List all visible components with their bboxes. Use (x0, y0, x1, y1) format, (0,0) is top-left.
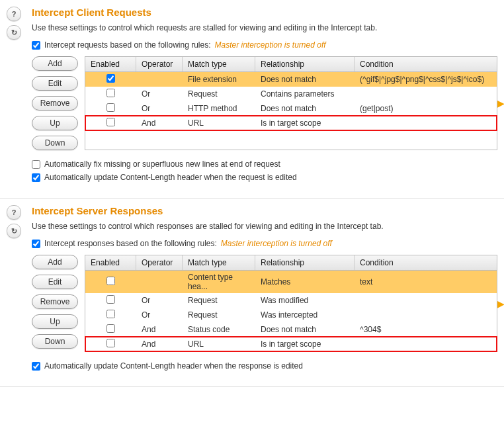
remove-button[interactable]: Remove (32, 294, 78, 309)
row-enabled-checkbox[interactable] (106, 74, 115, 83)
row-enabled-checkbox[interactable] (106, 277, 115, 285)
cell-match: Status code (183, 322, 255, 337)
cell-cond (355, 337, 497, 351)
cell-rel: Does not match (255, 322, 355, 337)
cell-cond: (^gif$|^jpg$|^png$|^css$|^js$|^ico$) (355, 72, 497, 87)
table-row[interactable]: OrRequestWas modified (85, 293, 497, 308)
section-desc: Use these settings to control which requ… (32, 23, 497, 32)
cell-op: Or (136, 87, 183, 101)
cell-rel: Is in target scope (255, 116, 355, 130)
table-row[interactable]: AndURLIs in target scope (85, 116, 497, 130)
cell-match: File extension (183, 72, 255, 87)
cell-op: And (136, 337, 183, 351)
help-icon[interactable]: ? (7, 205, 21, 220)
option-label: Automatically update Content-Length head… (44, 361, 303, 371)
table-row[interactable]: OrRequestContains parameters (85, 87, 497, 101)
rules-table[interactable]: EnabledOperatorMatch typeRelationshipCon… (85, 56, 497, 150)
col-header[interactable]: Operator (136, 57, 183, 72)
cell-cond (355, 116, 497, 130)
col-header[interactable]: Relationship (255, 255, 355, 271)
cell-match: Request (183, 87, 255, 101)
col-header[interactable]: Enabled (85, 255, 136, 271)
col-header[interactable]: Enabled (85, 57, 136, 72)
option-checkbox[interactable] (32, 173, 40, 182)
col-header[interactable]: Match type (183, 57, 255, 72)
cell-match: URL (183, 116, 255, 130)
row-enabled-checkbox[interactable] (106, 339, 115, 347)
section-req: ?↻Intercept Client RequestsUse these set… (0, 0, 504, 199)
rules-label: Intercept responses based on the followi… (44, 239, 217, 248)
cell-cond (355, 293, 497, 308)
cell-match: URL (183, 337, 255, 351)
table-row[interactable]: Content type hea...Matchestext (85, 271, 497, 294)
row-enabled-checkbox[interactable] (106, 324, 115, 333)
remove-button[interactable]: Remove (32, 96, 78, 111)
section-desc: Use these settings to control which resp… (32, 222, 497, 231)
option-checkbox[interactable] (32, 362, 40, 371)
cell-op: Or (136, 101, 183, 116)
intercept-enabled-checkbox[interactable] (32, 240, 40, 248)
refresh-icon[interactable]: ↻ (7, 224, 21, 238)
intercept-enabled-checkbox[interactable] (32, 41, 40, 50)
col-header[interactable]: Condition (355, 57, 497, 72)
cell-cond: ^304$ (355, 322, 497, 337)
rules-note: Master interception is turned off (221, 239, 332, 248)
add-button[interactable]: Add (32, 56, 78, 71)
table-row[interactable]: AndStatus codeDoes not match^304$ (85, 322, 497, 337)
cell-match: Request (183, 308, 255, 322)
section-res: ?↻Intercept Server ResponsesUse these se… (0, 199, 504, 387)
section-title: Intercept Server Responses (32, 205, 497, 216)
cell-op: And (136, 322, 183, 337)
cell-op (136, 271, 183, 294)
col-header[interactable]: Match type (183, 255, 255, 271)
up-button[interactable]: Up (32, 116, 78, 130)
rules-note: Master interception is turned off (214, 40, 325, 50)
edit-button[interactable]: Edit (32, 76, 78, 91)
cell-cond: (get|post) (355, 101, 497, 116)
col-header[interactable]: Operator (136, 255, 183, 271)
rules-label: Intercept requests based on the followin… (44, 40, 210, 50)
option-checkbox[interactable] (32, 160, 40, 169)
add-button[interactable]: Add (32, 255, 78, 269)
table-row[interactable]: AndURLIs in target scope (85, 337, 497, 351)
option-label: Automatically fix missing or superfluous… (44, 159, 280, 169)
refresh-icon[interactable]: ↻ (7, 25, 21, 40)
expand-arrow-icon[interactable]: ▶ (497, 98, 504, 109)
down-button[interactable]: Down (32, 136, 78, 150)
row-enabled-checkbox[interactable] (106, 89, 115, 97)
up-button[interactable]: Up (32, 314, 78, 329)
cell-match: Request (183, 293, 255, 308)
cell-cond (355, 308, 497, 322)
cell-cond (355, 87, 497, 101)
cell-cond: text (355, 271, 497, 294)
edit-button[interactable]: Edit (32, 275, 78, 289)
section-title: Intercept Client Requests (32, 7, 497, 18)
row-enabled-checkbox[interactable] (106, 310, 115, 318)
option-label: Automatically update Content-Length head… (44, 173, 297, 182)
cell-rel: Was intercepted (255, 308, 355, 322)
col-header[interactable]: Condition (355, 255, 497, 271)
row-enabled-checkbox[interactable] (106, 103, 115, 112)
cell-rel: Matches (255, 271, 355, 294)
help-icon[interactable]: ? (7, 7, 21, 21)
cell-rel: Does not match (255, 101, 355, 116)
row-enabled-checkbox[interactable] (106, 295, 115, 304)
cell-rel: Is in target scope (255, 337, 355, 351)
col-header[interactable]: Relationship (255, 57, 355, 72)
table-row[interactable]: File extensionDoes not match(^gif$|^jpg$… (85, 72, 497, 87)
table-row[interactable]: OrHTTP methodDoes not match(get|post) (85, 101, 497, 116)
row-enabled-checkbox[interactable] (106, 118, 115, 126)
cell-rel: Does not match (255, 72, 355, 87)
cell-match: HTTP method (183, 101, 255, 116)
cell-match: Content type hea... (183, 271, 255, 294)
expand-arrow-icon[interactable]: ▶ (497, 298, 504, 309)
down-button[interactable]: Down (32, 334, 78, 349)
cell-op: Or (136, 308, 183, 322)
cell-rel: Was modified (255, 293, 355, 308)
cell-op: Or (136, 293, 183, 308)
cell-op (136, 72, 183, 87)
rules-table[interactable]: EnabledOperatorMatch typeRelationshipCon… (85, 255, 497, 352)
cell-op: And (136, 116, 183, 130)
table-row[interactable]: OrRequestWas intercepted (85, 308, 497, 322)
cell-rel: Contains parameters (255, 87, 355, 101)
